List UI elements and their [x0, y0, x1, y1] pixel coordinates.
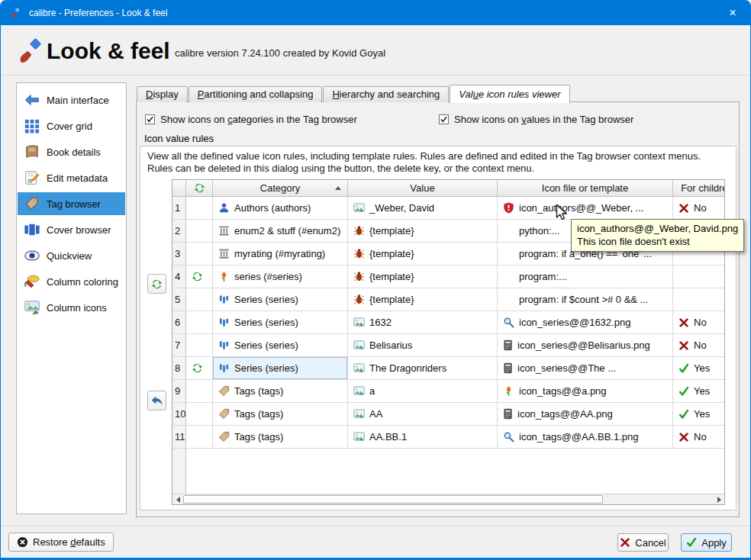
- tab-display[interactable]: Display: [137, 86, 188, 102]
- table-row-7[interactable]: 7Series (series)Belisariusicon_series@@B…: [172, 334, 725, 357]
- sidebar-item-column-icons[interactable]: Column icons: [18, 296, 125, 319]
- value-cell[interactable]: 1632: [348, 311, 498, 333]
- sidebar-item-cover-grid[interactable]: Cover grid: [18, 114, 125, 137]
- restore-defaults-button[interactable]: Restore defaults: [8, 533, 114, 552]
- table-row-9[interactable]: 9Tags (tags)aicon_tags@@a.pngYes: [172, 380, 725, 403]
- no-icon: [678, 203, 689, 214]
- value-cell[interactable]: AA.BB.1: [348, 426, 498, 448]
- sidebar-item-book-details[interactable]: Book details: [18, 140, 125, 163]
- series-icon: [218, 294, 230, 305]
- icon-file-text: icon_series@@1632.png: [519, 317, 630, 328]
- category-cell[interactable]: series (#series): [213, 266, 348, 288]
- icon-file-cell[interactable]: icon_authors@@_Weber, ...: [498, 197, 673, 219]
- tooltip-filename: icon_authors@@_Weber, David.png: [577, 222, 738, 235]
- for-children-cell[interactable]: No: [673, 334, 725, 356]
- close-button[interactable]: ×: [715, 0, 750, 25]
- table-row-5[interactable]: 5Series (series){template}program: if $c…: [172, 288, 725, 311]
- icon-file-cell[interactable]: icon_series@@1632.png: [498, 311, 673, 333]
- icon-file-cell[interactable]: icon_tags@@AA.png: [498, 403, 673, 425]
- sidebar-item-label: Cover grid: [47, 121, 92, 132]
- for-children-cell[interactable]: No: [673, 197, 725, 219]
- category-cell[interactable]: Tags (tags): [213, 426, 348, 448]
- right-arrow-icon: [717, 497, 721, 503]
- for-children-cell[interactable]: No: [673, 426, 725, 448]
- sidebar-item-main-interface[interactable]: Main interface: [18, 89, 125, 111]
- table-row-11[interactable]: 11Tags (tags)AA.BB.1icon_tags@@AA.BB.1.p…: [172, 426, 725, 449]
- category-cell[interactable]: Series (series): [213, 334, 348, 356]
- for-children-column-header[interactable]: For children: [673, 180, 725, 196]
- tab-value-icon-rules-viewer[interactable]: Value icon rules viewer: [450, 85, 569, 103]
- show-icons-on-values-in-the-tag-browser-checkbox[interactable]: Show icons on values in the Tag browser: [439, 114, 633, 125]
- category-column-header[interactable]: Category: [213, 180, 348, 196]
- value-cell[interactable]: {template}: [348, 288, 498, 311]
- value-cell[interactable]: {template}: [348, 266, 498, 288]
- table-row-4[interactable]: 4series (#series){template}program:...: [172, 266, 725, 288]
- value-column-header[interactable]: Value: [348, 180, 498, 196]
- titlebar[interactable]: calibre - Preferences - Look & feel ×: [1, 0, 750, 25]
- for-children-cell[interactable]: Yes: [673, 357, 725, 379]
- recycle-column-header[interactable]: [186, 180, 213, 196]
- value-cell[interactable]: The Dragonriders: [348, 357, 498, 379]
- recycle-rule-button[interactable]: [147, 274, 166, 294]
- icon-file-cell[interactable]: icon_series@@The ...: [498, 357, 673, 379]
- category-cell[interactable]: enum2 & stuff (#enum2): [213, 220, 348, 242]
- category-text: myrating (#myrating): [234, 248, 325, 259]
- category-text: Series (series): [234, 317, 298, 328]
- edit-metadata-icon: [23, 169, 41, 187]
- sidebar-item-column-coloring[interactable]: Column coloring: [18, 270, 125, 293]
- sidebar-item-cover-browser[interactable]: Cover browser: [18, 218, 125, 241]
- sidebar-item-tag-browser[interactable]: Tag browser: [18, 192, 125, 215]
- author-icon: [218, 202, 230, 214]
- icon-file-cell[interactable]: icon_tags@@AA.BB.1.png: [498, 426, 673, 448]
- for-children-cell[interactable]: Yes: [673, 380, 725, 402]
- for-children-cell[interactable]: [673, 266, 725, 288]
- value-cell[interactable]: Belisarius: [348, 334, 498, 356]
- show-icons-on-categories-in-the-tag-browser-checkbox[interactable]: Show icons on categories in the Tag brow…: [145, 114, 357, 125]
- scroll-left-button[interactable]: [172, 494, 183, 504]
- category-cell[interactable]: Tags (tags): [213, 380, 348, 402]
- table-row-10[interactable]: 10Tags (tags)AAicon_tags@@AA.pngYes: [172, 403, 725, 426]
- category-cell[interactable]: Series (series): [213, 357, 348, 379]
- row-number: 4: [172, 266, 186, 288]
- cancel-button[interactable]: Cancel: [617, 533, 669, 552]
- category-cell[interactable]: Series (series): [213, 288, 348, 311]
- icon-file-cell[interactable]: icon_tags@@a.png: [498, 380, 673, 402]
- undo-button[interactable]: [147, 391, 166, 410]
- icon-file-cell[interactable]: program: if $count ># 0 && ...: [498, 288, 673, 311]
- checkbox-box[interactable]: [439, 114, 449, 124]
- column-icons-icon: [23, 298, 41, 317]
- checkbox-box[interactable]: [145, 114, 155, 124]
- apply-button[interactable]: Apply: [681, 533, 732, 552]
- tab-hierarchy-and-searching[interactable]: Hierarchy and searching: [323, 86, 449, 102]
- value-cell[interactable]: a: [348, 380, 498, 402]
- icon-file-cell[interactable]: icon_series@@Belisarius.png: [498, 334, 673, 356]
- value-cell[interactable]: {template}: [348, 220, 498, 242]
- value-cell[interactable]: {template}: [348, 243, 498, 265]
- sidebar-item-quickview[interactable]: Quickview: [18, 244, 125, 267]
- for-children-cell[interactable]: [673, 288, 725, 311]
- category-cell[interactable]: Authors (authors): [213, 197, 348, 219]
- table-row-1[interactable]: 1Authors (authors)_Weber, Davidicon_auth…: [172, 197, 725, 220]
- value-cell[interactable]: _Weber, David: [348, 197, 498, 219]
- table-row-8[interactable]: 8Series (series)The Dragonridersicon_ser…: [172, 357, 725, 380]
- value-cell[interactable]: AA: [348, 403, 498, 425]
- category-cell[interactable]: myrating (#myrating): [213, 243, 348, 265]
- icon-file-column-header[interactable]: Icon file or template: [498, 180, 673, 196]
- corner-header[interactable]: [172, 180, 186, 196]
- category-header-label: Category: [260, 182, 301, 194]
- sidebar-item-edit-metadata[interactable]: Edit metadata: [18, 166, 125, 189]
- for-children-cell[interactable]: No: [673, 311, 725, 333]
- row-number: 3: [172, 243, 186, 265]
- row-recycle-cell: [186, 357, 213, 379]
- scrollbar-thumb[interactable]: [183, 495, 603, 504]
- value-text: {template}: [369, 248, 414, 259]
- tab-partitioning-and-collapsing[interactable]: Partitioning and collapsing: [189, 86, 323, 102]
- tag-icon: [218, 385, 230, 397]
- icon-file-cell[interactable]: program:...: [498, 266, 673, 288]
- category-cell[interactable]: Tags (tags): [213, 403, 348, 425]
- scroll-right-button[interactable]: [714, 494, 724, 504]
- for-children-cell[interactable]: Yes: [673, 403, 725, 425]
- horizontal-scrollbar[interactable]: [172, 494, 724, 504]
- table-row-6[interactable]: 6Series (series)1632icon_series@@1632.pn…: [172, 311, 725, 334]
- category-cell[interactable]: Series (series): [213, 311, 348, 333]
